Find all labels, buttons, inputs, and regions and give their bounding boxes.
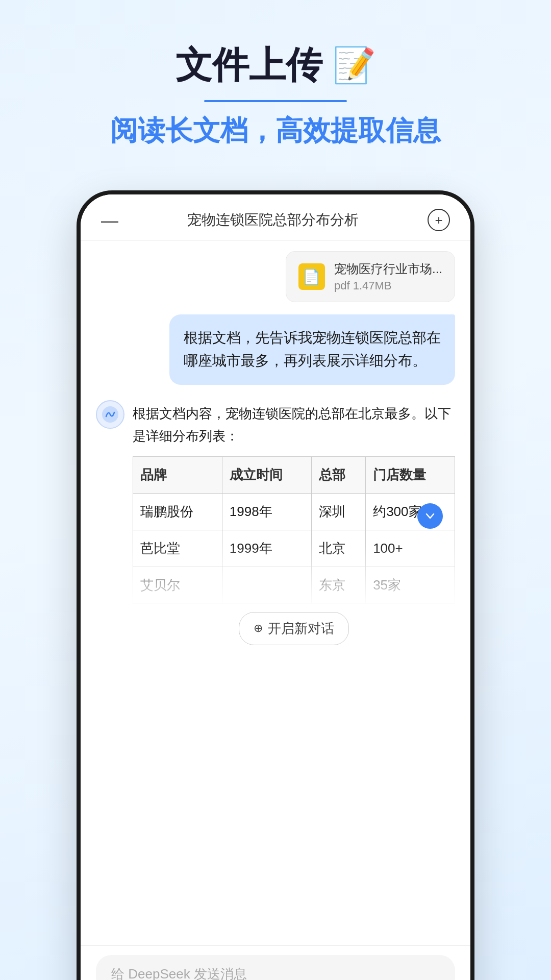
cell-stores-3: 35家 xyxy=(366,567,455,603)
chat-area: 📄 宠物医疗行业市场... pdf 1.47MB 根据文档，先告诉我宠物连锁医院… xyxy=(81,241,470,945)
message-input[interactable]: 给 DeepSeek 发送消息 xyxy=(96,955,455,980)
file-type-icon: 📄 xyxy=(298,263,325,290)
page-header: 文件上传 📝 阅读长文档，高效提取信息 xyxy=(0,0,551,170)
cell-hq-3: 东京 xyxy=(311,567,365,603)
cell-brand-1: 瑞鹏股份 xyxy=(133,493,222,530)
cell-stores-2: 100+ xyxy=(366,530,455,567)
new-conv-row: ⊕ 开启新对话 xyxy=(133,608,455,649)
col-hq: 总部 xyxy=(311,456,365,493)
user-message: 根据文档，先告诉我宠物连锁医院总部在哪座城市最多，再列表展示详细分布。 xyxy=(96,314,455,385)
phone-wrapper: — 宠物连锁医院总部分布分析 + 📄 宠物医疗行业市场... pdf 1.47M… xyxy=(0,170,551,980)
col-stores: 门店数量 xyxy=(366,456,455,493)
cell-hq-1: 深圳 xyxy=(311,493,365,530)
new-conv-plus-icon: ⊕ xyxy=(254,622,263,635)
cell-founded-3 xyxy=(222,567,311,603)
col-founded: 成立时间 xyxy=(222,456,311,493)
cell-hq-2: 北京 xyxy=(311,530,365,567)
title-text: 文件上传 xyxy=(176,41,322,90)
deepseek-logo-icon xyxy=(101,405,119,424)
title-divider xyxy=(204,100,347,102)
table-row: 瑞鹏股份 1998年 深圳 约300家 xyxy=(133,493,455,530)
cell-brand-2: 芭比堂 xyxy=(133,530,222,567)
ai-avatar xyxy=(96,400,124,429)
table-header-row: 品牌 成立时间 总部 门店数量 xyxy=(133,456,455,493)
cell-founded-2: 1999年 xyxy=(222,530,311,567)
col-brand: 品牌 xyxy=(133,456,222,493)
page-title: 文件上传 📝 xyxy=(31,41,520,90)
file-message: 📄 宠物医疗行业市场... pdf 1.47MB xyxy=(96,251,455,302)
ai-text-before-table: 根据文档内容，宠物连锁医院的总部在北京最多。以下是详细分布列表： xyxy=(133,400,455,447)
cell-brand-3: 艾贝尔 xyxy=(133,567,222,603)
title-emoji: 📝 xyxy=(333,45,376,86)
chevron-down-icon xyxy=(423,509,437,523)
table-container: 品牌 成立时间 总部 门店数量 瑞鹏股份 1998年 深 xyxy=(133,456,455,604)
table-row: 艾贝尔 东京 35家 xyxy=(133,567,455,603)
cell-founded-1: 1998年 xyxy=(222,493,311,530)
new-conversation-button[interactable]: ⊕ 开启新对话 xyxy=(239,612,349,645)
file-size: pdf 1.47MB xyxy=(334,279,442,292)
page-subtitle: 阅读长文档，高效提取信息 xyxy=(31,112,520,150)
file-info: 宠物医疗行业市场... pdf 1.47MB xyxy=(334,261,442,292)
phone-mockup: — 宠物连锁医院总部分布分析 + 📄 宠物医疗行业市场... pdf 1.47M… xyxy=(77,190,474,980)
file-name: 宠物医疗行业市场... xyxy=(334,261,442,277)
add-chat-button[interactable]: + xyxy=(428,209,450,231)
chat-title: 宠物连锁医院总部分布分析 xyxy=(187,210,359,230)
file-card[interactable]: 📄 宠物医疗行业市场... pdf 1.47MB xyxy=(286,251,455,302)
distribution-table: 品牌 成立时间 总部 门店数量 瑞鹏股份 1998年 深 xyxy=(133,456,455,604)
input-area: 给 DeepSeek 发送消息 深度思考 xyxy=(81,945,470,980)
new-conv-label: 开启新对话 xyxy=(268,620,334,638)
phone-topbar: — 宠物连锁医院总部分布分析 + xyxy=(81,194,470,241)
scroll-down-button[interactable] xyxy=(417,503,443,529)
table-row: 芭比堂 1999年 北京 100+ xyxy=(133,530,455,567)
ai-message: 根据文档内容，宠物连锁医院的总部在北京最多。以下是详细分布列表： 品牌 成立时间… xyxy=(96,400,455,649)
add-icon: + xyxy=(435,212,442,228)
minimize-icon[interactable]: — xyxy=(101,210,118,230)
user-bubble: 根据文档，先告诉我宠物连锁医院总部在哪座城市最多，再列表展示详细分布。 xyxy=(169,314,455,385)
